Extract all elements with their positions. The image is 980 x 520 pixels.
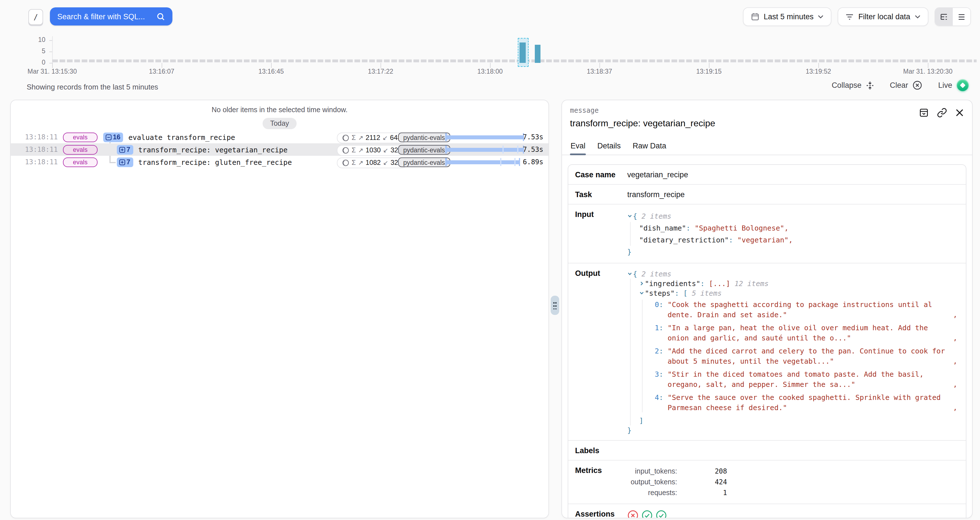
span-count: 7 [126,158,130,166]
x-axis-tick [490,63,490,68]
task-label: Task [575,190,627,199]
assertion-pass-icon[interactable] [655,510,667,518]
trace-row[interactable]: 13:18:11 evals 16 evaluate transform_rec… [11,131,549,143]
close-panel-button[interactable] [955,108,964,117]
labels-label: Labels [575,446,627,455]
time-range-button[interactable]: Last 5 minutes [743,7,832,26]
metrics-label: Metrics [575,466,627,498]
row-timestamp: 13:18:11 [25,158,58,166]
token-coin-icon [342,159,349,166]
logfire-live-view: / Search & filter with SQL... Last 5 min… [0,0,980,520]
panel-resize-handle[interactable] [551,296,559,315]
span-count-badge[interactable]: 16 [103,132,123,142]
histogram-bar[interactable] [535,45,541,63]
filter-local-data-button[interactable]: Filter local data [838,7,928,26]
detail-header-actions [919,108,964,118]
sigma-icon: Σ [352,146,356,154]
x-axis-label: 13:16:07 [149,68,174,75]
clear-circle-x-icon [913,81,922,90]
metrics-row: Metrics input_tokens:208output_tokens:42… [568,461,966,504]
duration-bar-tick [514,158,515,166]
plus-square-icon [119,146,125,153]
detail-title: transform_recipe: vegetarian_recipe [570,118,964,128]
trace-rows: 13:18:11 evals 16 evaluate transform_rec… [11,131,549,168]
assertion-pass-icon[interactable] [641,510,653,518]
output-json-tree[interactable]: { 2 items "ingredients": [...] 12 items … [627,268,959,435]
sigma-icon: Σ [352,134,356,142]
timeline-histogram[interactable]: 0510 Mar 31. 13:15:3013:16:0713:16:4513:… [0,33,980,77]
json-steps-key[interactable]: "steps": [ 5 items [639,289,959,298]
span-count-badge[interactable]: 7 [117,157,133,167]
span-count-badge[interactable]: 7 [117,145,133,154]
json-open-brace[interactable]: { 2 items [627,210,959,222]
row-span-name: transform_recipe: vegetarian_recipe [138,145,288,154]
histogram-plot[interactable]: Mar 31. 13:15:3013:16:0713:16:4513:17:22… [52,33,977,77]
tokens-out-arrow-icon: ↙ [383,134,388,141]
date-pill: Today [263,118,297,129]
x-axis-tick [162,63,162,68]
chevron-down-icon[interactable] [639,290,644,295]
json-step-1: 1: "In a large pan, heat the olive oil o… [651,323,959,343]
input-json-tree[interactable]: { 2 items "dish_name": "Spaghetti Bologn… [627,209,959,258]
duration-bar [446,135,523,139]
panel-splitter[interactable] [548,100,562,518]
json-step-4: 4: "Serve the sauce over the cooked spag… [651,393,959,412]
chevron-down-icon[interactable] [627,271,632,276]
tokens-in-count: 2112 [366,134,380,142]
record-kind-label: message [570,106,964,114]
tokens-in-arrow-icon: ↗ [358,159,363,166]
duration-text: 7.53s [523,133,543,141]
tokens-out-arrow-icon: ↙ [383,159,388,166]
trace-row[interactable]: 13:18:11 evals 7 transform_recipe: veget… [11,143,549,156]
close-icon [955,108,964,117]
chevron-down-icon[interactable] [627,213,632,218]
clear-label: Clear [890,81,908,89]
tokens-in-arrow-icon: ↗ [358,134,363,141]
json-entry: "dish_name": "Spaghetti Bolognese", [639,222,959,234]
link-icon [937,108,947,118]
copy-link-button[interactable] [937,108,947,118]
filter-local-data-label: Filter local data [858,13,910,21]
chevron-right-icon[interactable] [639,281,644,286]
tree-view-button[interactable] [935,8,953,25]
view-mode-toggle [935,7,971,26]
input-label: Input [575,209,627,258]
dock-panel-button[interactable] [919,108,929,118]
metric-value: 208 [677,466,727,477]
tab-raw-data[interactable]: Raw Data [632,142,667,155]
tokens-out-arrow-icon: ↙ [383,146,388,154]
json-collapsed-ingredients[interactable]: "ingredients": [...] 12 items [639,279,959,289]
live-label: Live [938,81,952,89]
project-chip: pydantic-evals [398,145,450,155]
json-step-3: 3: "Stir in the diced tomatoes and tomat… [651,369,959,389]
list-view-button[interactable] [953,8,970,25]
trace-row[interactable]: 13:18:11 evals 7 transform_recipe: glute… [11,156,549,168]
duration-bar-tick [517,146,519,154]
labels-row: Labels [568,441,966,461]
plus-square-icon [119,159,125,165]
live-button[interactable]: Live [938,79,969,91]
empty-bucket-baseline [52,59,977,62]
assertions-icons [627,509,959,518]
json-open-brace[interactable]: { 2 items [627,269,959,279]
x-axis-label: Mar 31. 13:15:30 [27,68,77,75]
minus-square-icon [105,134,112,140]
clear-button[interactable]: Clear [890,81,923,90]
tree-view-icon [940,13,948,21]
y-axis-tick [49,63,52,63]
duration-text: 7.53s [523,146,543,154]
json-entry: "dietary_restriction": "vegetarian", [639,234,959,246]
topbar-controls: Last 5 minutes Filter local data [743,7,971,26]
sigma-icon: Σ [352,159,356,166]
search-input[interactable]: Search & filter with SQL... [50,7,172,25]
search-placeholder: Search & filter with SQL... [57,12,152,21]
collapse-button[interactable]: Collapse [832,81,874,90]
x-axis-tick [600,63,600,68]
assertion-fail-icon[interactable] [627,510,639,518]
chevron-down-icon [915,15,920,19]
tab-eval[interactable]: Eval [570,142,586,155]
histogram-bar[interactable] [520,43,526,63]
x-axis-label: 13:17:22 [368,68,393,75]
x-axis-tick [709,63,710,68]
tab-details[interactable]: Details [597,142,622,155]
